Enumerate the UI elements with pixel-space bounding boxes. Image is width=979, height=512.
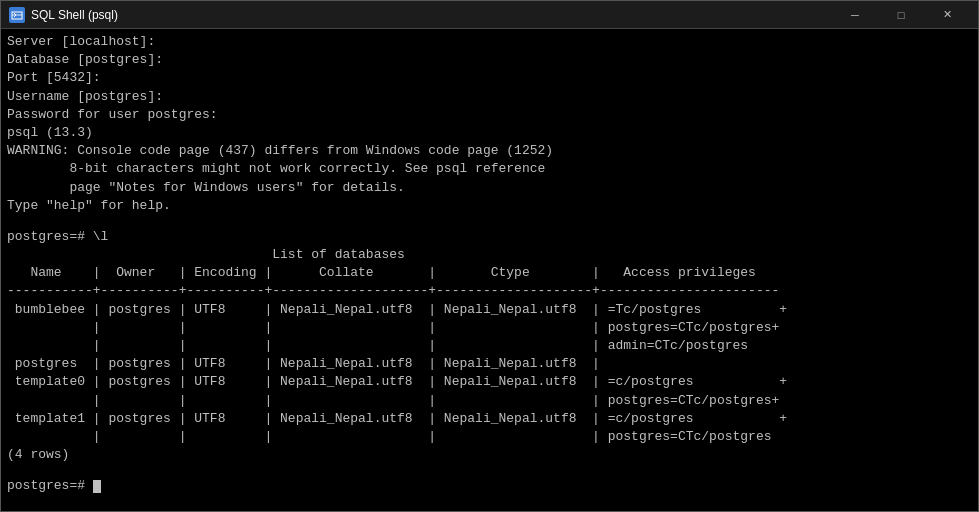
- terminal-line-command: postgres=# \l: [7, 228, 972, 246]
- terminal-line-table-row: bumblebee | postgres | UTF8 | Nepali_Nep…: [7, 301, 972, 319]
- terminal-line-table-separator: -----------+----------+----------+------…: [7, 282, 972, 300]
- terminal-line-table-header: Name | Owner | Encoding | Collate | Ctyp…: [7, 264, 972, 282]
- terminal-line: Port [5432]:: [7, 69, 972, 87]
- terminal-line: 8-bit characters might not work correctl…: [7, 160, 972, 178]
- terminal-line: Password for user postgres:: [7, 106, 972, 124]
- terminal-line-table-title: List of databases: [7, 246, 972, 264]
- terminal-line-row-count: (4 rows): [7, 446, 972, 464]
- terminal-line: Type "help" for help.: [7, 197, 972, 215]
- terminal-line-table-row: template1 | postgres | UTF8 | Nepali_Nep…: [7, 410, 972, 428]
- terminal-output[interactable]: Server [localhost]: Database [postgres]:…: [1, 29, 978, 511]
- svg-rect-0: [12, 12, 22, 19]
- close-button[interactable]: ✕: [924, 1, 970, 29]
- terminal-line: page "Notes for Windows users" for detai…: [7, 179, 972, 197]
- minimize-button[interactable]: ─: [832, 1, 878, 29]
- window-title: SQL Shell (psql): [31, 8, 832, 22]
- titlebar: SQL Shell (psql) ─ □ ✕: [1, 1, 978, 29]
- app-icon: [9, 7, 25, 23]
- window-controls: ─ □ ✕: [832, 1, 970, 29]
- terminal-line: Username [postgres]:: [7, 88, 972, 106]
- terminal-line-table-row: | | | | | postgres=CTc/postgres+: [7, 392, 972, 410]
- terminal-line: Database [postgres]:: [7, 51, 972, 69]
- terminal-line-table-row: | | | | | admin=CTc/postgres: [7, 337, 972, 355]
- terminal-line: Server [localhost]:: [7, 33, 972, 51]
- maximize-button[interactable]: □: [878, 1, 924, 29]
- cursor: [93, 480, 101, 493]
- terminal-line-table-row: postgres | postgres | UTF8 | Nepali_Nepa…: [7, 355, 972, 373]
- terminal-line: psql (13.3): [7, 124, 972, 142]
- main-window: SQL Shell (psql) ─ □ ✕ Server [localhost…: [0, 0, 979, 512]
- terminal-line-table-row: | | | | | postgres=CTc/postgres: [7, 428, 972, 446]
- terminal-line-table-row: template0 | postgres | UTF8 | Nepali_Nep…: [7, 373, 972, 391]
- terminal-line-warning: WARNING: Console code page (437) differs…: [7, 142, 972, 160]
- terminal-prompt: postgres=#: [7, 477, 972, 495]
- terminal-line-table-row: | | | | | postgres=CTc/postgres+: [7, 319, 972, 337]
